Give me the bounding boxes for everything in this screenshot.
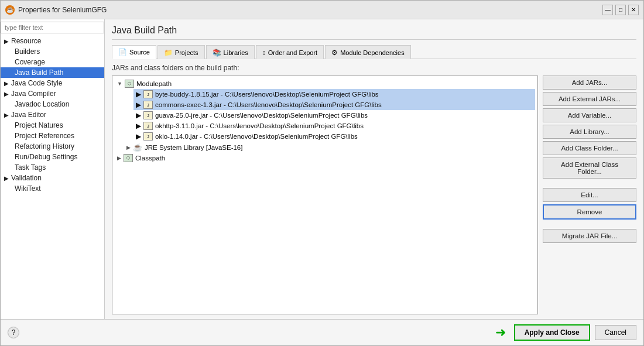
sidebar-item-builders[interactable]: Builders	[1, 46, 104, 57]
tree-item[interactable]: ▶ J commons-exec-1.3.jar - C:\Users\leno…	[133, 100, 535, 110]
close-button[interactable]: ✕	[628, 5, 639, 15]
title-bar: ☕ Properties for SeleniumGFG — □ ✕	[1, 1, 643, 19]
sidebar-item-label: Coverage	[15, 58, 45, 66]
module-tab-icon: ⚙	[331, 49, 338, 57]
sidebar-item-java-build-path[interactable]: Java Build Path	[1, 67, 104, 78]
sidebar-item-label: Java Build Path	[15, 68, 63, 77]
app-icon: ☕	[5, 5, 15, 15]
sidebar-item-label: Resource	[11, 37, 41, 45]
tree-jre[interactable]: ▶ ☕ JRE System Library [JavaSE-16]	[115, 142, 535, 153]
tree-modulepath[interactable]: ▼ ⬡ Modulepath	[115, 78, 535, 89]
sidebar-item-javadoc-location[interactable]: Javadoc Location	[1, 99, 104, 109]
minimize-button[interactable]: —	[602, 5, 613, 15]
tree-child-label: okio-1.14.0.jar - C:\Users\lenovo\Deskto…	[155, 133, 358, 140]
tree-classpath[interactable]: ▶ ⬡ Classpath	[115, 153, 535, 163]
sidebar-item-java-code-style[interactable]: ▶ Java Code Style	[1, 78, 104, 88]
jar-icon: J	[143, 101, 153, 109]
tab-bar: 📄 Source 📁 Projects 📚 Libraries ↕ Order …	[112, 44, 636, 59]
expand-icon: ▶	[117, 155, 121, 161]
sidebar-item-refactoring-history[interactable]: Refactoring History	[1, 141, 104, 152]
jar-icon: J	[143, 90, 153, 98]
sidebar-item-resource[interactable]: ▶ Resource	[1, 36, 104, 46]
tree-modulepath-children: ▶ J byte-buddy-1.8.15.jar - C:\Users\len…	[115, 89, 535, 142]
filter-input[interactable]	[1, 22, 104, 33]
dialog-title: Properties for SeleniumGFG	[18, 6, 599, 14]
tree-classpath-label: Classpath	[135, 155, 165, 162]
tab-source[interactable]: 📄 Source	[112, 45, 156, 59]
tree-modulepath-label: Modulepath	[136, 80, 172, 87]
sidebar-item-label: WikiText	[15, 184, 41, 193]
edit-button[interactable]: Edit...	[543, 188, 636, 202]
tree-panel[interactable]: ▼ ⬡ Modulepath ▶ J byte-buddy-1.8.15.jar…	[112, 76, 538, 314]
sidebar-item-validation[interactable]: ▶ Validation	[1, 173, 104, 183]
tab-module-label: Module Dependencies	[340, 49, 404, 56]
add-external-class-folder-button[interactable]: Add External Class Folder...	[543, 157, 636, 179]
tab-order-label: Order and Export	[268, 49, 317, 56]
cancel-button[interactable]: Cancel	[595, 325, 636, 340]
sidebar: ▶ Resource Builders Coverage Java Build …	[1, 19, 105, 319]
tab-libraries[interactable]: 📚 Libraries	[206, 45, 255, 59]
tree-item[interactable]: ▶ J okio-1.14.0.jar - C:\Users\lenovo\De…	[133, 131, 535, 142]
add-jars-button[interactable]: Add JARs...	[543, 76, 636, 90]
expand-icon: ▼	[117, 81, 122, 87]
info-text: JARs and class folders on the build path…	[112, 64, 636, 72]
sidebar-item-label: Java Compiler	[11, 90, 56, 98]
maximize-button[interactable]: □	[615, 5, 626, 15]
expand-icon: ▶	[136, 90, 141, 98]
remove-button[interactable]: Remove	[543, 204, 636, 220]
sidebar-item-wikitext[interactable]: WikiText	[1, 183, 104, 194]
expand-icon: ▶	[136, 101, 141, 109]
sidebar-item-label: Task Tags	[15, 163, 46, 172]
sidebar-item-label: Java Editor	[11, 111, 46, 119]
tab-module-dependencies[interactable]: ⚙ Module Dependencies	[325, 45, 410, 59]
sidebar-item-project-references[interactable]: Project References	[1, 131, 104, 141]
sidebar-item-label: Project Natures	[15, 121, 63, 129]
jar-icon: J	[143, 111, 153, 119]
expand-icon: ▶	[4, 80, 9, 87]
classpath-icon: ⬡	[124, 154, 133, 162]
add-variable-button[interactable]: Add Variable...	[543, 108, 636, 122]
add-class-folder-button[interactable]: Add Class Folder...	[543, 141, 636, 155]
sidebar-item-run-debug-settings[interactable]: Run/Debug Settings	[1, 152, 104, 162]
jar-icon: J	[143, 122, 153, 130]
sidebar-item-coverage[interactable]: Coverage	[1, 57, 104, 67]
tree-child-label: okhttp-3.11.0.jar - C:\Users\lenovo\Desk…	[155, 122, 364, 129]
main-content: Java Build Path 📄 Source 📁 Projects 📚 Li…	[105, 19, 643, 319]
tree-item[interactable]: ▶ J byte-buddy-1.8.15.jar - C:\Users\len…	[133, 89, 535, 100]
sidebar-item-label: Java Code Style	[11, 79, 62, 87]
sidebar-item-task-tags[interactable]: Task Tags	[1, 162, 104, 173]
expand-icon: ▶	[4, 38, 9, 44]
buttons-panel: Add JARs... Add External JARs... Add Var…	[543, 76, 636, 314]
dialog-window: ☕ Properties for SeleniumGFG — □ ✕ ▶ Res…	[0, 0, 644, 346]
tab-libraries-label: Libraries	[224, 49, 248, 56]
button-separator	[543, 181, 636, 186]
expand-icon: ▶	[136, 132, 141, 141]
expand-icon: ▶	[136, 122, 141, 130]
tree-child-label: guava-25.0-jre.jar - C:\Users\lenovo\Des…	[155, 112, 368, 119]
page-title: Java Build Path	[112, 25, 636, 40]
sidebar-item-label: Javadoc Location	[15, 100, 69, 108]
sidebar-item-project-natures[interactable]: Project Natures	[1, 120, 104, 131]
help-button[interactable]: ?	[8, 327, 19, 338]
apply-and-close-button[interactable]: Apply and Close	[514, 324, 590, 341]
bottom-bar: ? ➜ Apply and Close Cancel	[1, 319, 643, 345]
button-separator	[543, 222, 636, 227]
dialog-body: ▶ Resource Builders Coverage Java Build …	[1, 19, 643, 319]
sidebar-item-label: Project References	[15, 132, 74, 140]
add-library-button[interactable]: Add Library...	[543, 125, 636, 139]
migrate-jar-button[interactable]: Migrate JAR File...	[543, 229, 636, 243]
expand-icon: ▶	[4, 91, 9, 97]
tree-item[interactable]: ▶ J okhttp-3.11.0.jar - C:\Users\lenovo\…	[133, 121, 535, 131]
sidebar-item-label: Validation	[11, 174, 42, 182]
sidebar-item-java-compiler[interactable]: ▶ Java Compiler	[1, 88, 104, 99]
add-external-jars-button[interactable]: Add External JARs...	[543, 92, 636, 106]
tab-projects[interactable]: 📁 Projects	[157, 45, 205, 59]
tree-child-label: commons-exec-1.3.jar - C:\Users\lenovo\D…	[155, 101, 382, 108]
sidebar-item-label: Builders	[15, 47, 40, 56]
expand-icon: ▶	[4, 112, 9, 118]
tab-order-export[interactable]: ↕ Order and Export	[256, 45, 324, 59]
tree-item[interactable]: ▶ J guava-25.0-jre.jar - C:\Users\lenovo…	[133, 110, 535, 121]
sidebar-item-label: Refactoring History	[15, 142, 74, 150]
sidebar-item-java-editor[interactable]: ▶ Java Editor	[1, 109, 104, 120]
tab-projects-label: Projects	[175, 49, 198, 56]
